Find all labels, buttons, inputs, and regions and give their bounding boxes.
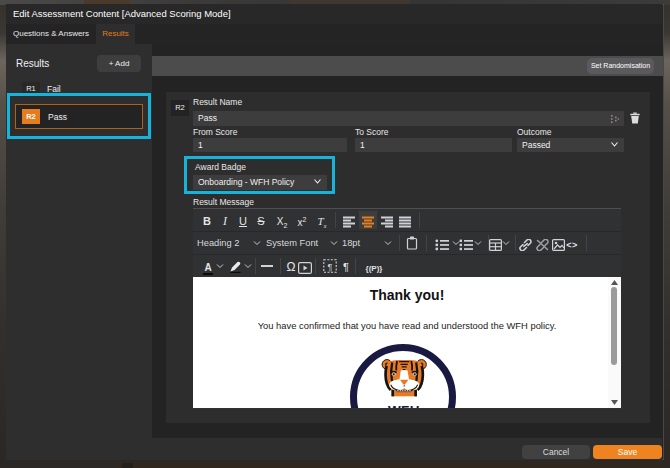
svg-text:WFH: WFH (388, 403, 420, 409)
svg-text:¶: ¶ (328, 262, 333, 272)
